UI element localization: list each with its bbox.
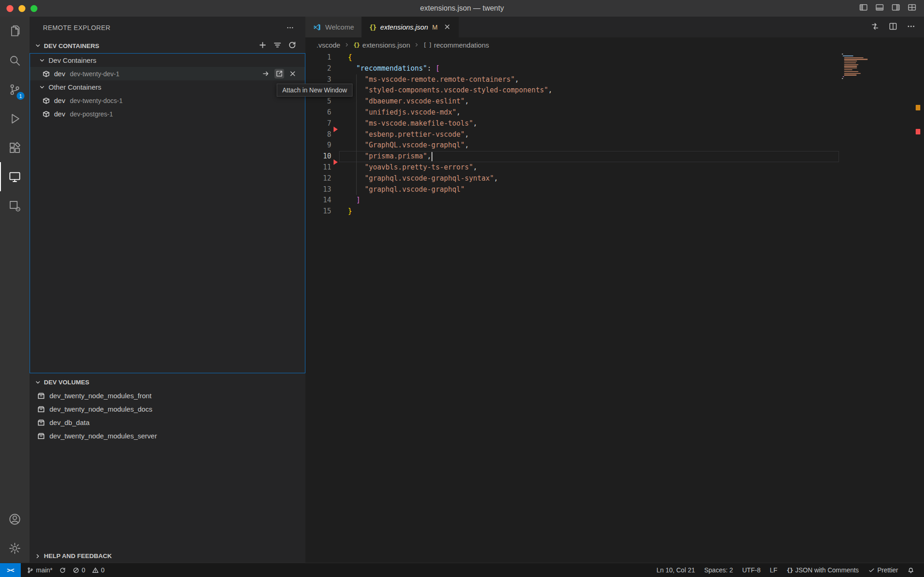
attach-new-window-button[interactable]: [274, 69, 284, 79]
volume-item[interactable]: dev_twenty_node_modules_server: [30, 429, 305, 443]
status-cursor-position[interactable]: Ln 10, Col 21: [654, 563, 697, 577]
status-branch[interactable]: main*: [24, 563, 55, 577]
status-language-mode[interactable]: {}JSON with Comments: [784, 563, 861, 577]
status-notifications[interactable]: [905, 563, 917, 577]
filter-button[interactable]: [273, 41, 282, 51]
status-errors[interactable]: 0: [70, 563, 88, 577]
stop-container-button[interactable]: [288, 69, 298, 79]
code-editor[interactable]: 1{2 "recommendations": [3 "ms-vscode-rem…: [305, 52, 924, 563]
remote-indicator[interactable]: ><: [0, 563, 21, 577]
run-debug-icon: [8, 112, 22, 126]
activity-extensions[interactable]: [0, 133, 30, 162]
status-eol[interactable]: LF: [767, 563, 779, 577]
breadcrumb-item[interactable]: .vscode: [316, 41, 340, 49]
code-line-1[interactable]: 1{: [305, 52, 924, 63]
code-line-12[interactable]: 12 "graphql.vscode-graphql-syntax",: [305, 173, 924, 184]
close-window-button[interactable]: [6, 5, 13, 12]
status-formatter-label: Prettier: [877, 566, 898, 574]
code-line-6[interactable]: 6 "unifiedjs.vscode-mdx",: [305, 107, 924, 118]
code-line-13[interactable]: 13 "graphql.vscode-graphql": [305, 184, 924, 195]
code-line-9[interactable]: 9 "GraphQL.vscode-graphql",: [305, 140, 924, 151]
status-warnings[interactable]: 0: [90, 563, 107, 577]
container-icon: [42, 110, 50, 118]
titlebar-layout-panel-button[interactable]: [875, 3, 884, 14]
activity-containers[interactable]: [0, 191, 30, 220]
minimap[interactable]: [842, 54, 875, 80]
titlebar-layout-grid-button[interactable]: [907, 3, 917, 14]
split-editor-button[interactable]: [888, 22, 898, 33]
more-actions-icon[interactable]: [286, 24, 294, 32]
code-text: "graphql.vscode-graphql": [348, 184, 465, 195]
chevron-right-icon: [344, 42, 350, 48]
code-line-4[interactable]: 4 "styled-components.vscode-styled-compo…: [305, 85, 924, 96]
zoom-window-button[interactable]: [30, 5, 37, 12]
containers-icon: [8, 199, 22, 213]
breadcrumb-item[interactable]: [ ]recommendations: [423, 41, 489, 49]
code-text: {: [348, 52, 352, 63]
activity-search[interactable]: [0, 46, 30, 75]
titlebar-layout-sidebar-button[interactable]: [859, 3, 868, 14]
code-line-15[interactable]: 15}: [305, 206, 924, 217]
minimize-window-button[interactable]: [18, 5, 25, 12]
code-line-10[interactable]: 10 "prisma.prisma",: [305, 151, 924, 162]
refresh-button[interactable]: [288, 41, 297, 51]
code-text: "styled-components.vscode-styled-compone…: [348, 85, 553, 96]
breadcrumb-item[interactable]: {}extensions.json: [353, 41, 410, 49]
code-line-8[interactable]: 8 "esbenp.prettier-vscode",: [305, 129, 924, 140]
tab-extensions-json[interactable]: {}extensions.jsonM: [362, 17, 459, 37]
code-line-7[interactable]: 7 "ms-vscode.makefile-tools",: [305, 118, 924, 129]
section-header-dev-containers[interactable]: DEV CONTAINERS: [30, 38, 305, 53]
code-line-14[interactable]: 14 ]: [305, 195, 924, 206]
volume-item[interactable]: dev_twenty_node_modules_front: [30, 389, 305, 402]
tree-group-other-containers[interactable]: Other Containers: [30, 80, 305, 94]
stop-container-icon: [289, 70, 297, 78]
container-item[interactable]: devdev-postgres-1: [30, 107, 305, 121]
volume-item[interactable]: dev_db_data: [30, 416, 305, 429]
open-changes-button[interactable]: [870, 22, 880, 33]
layout-grid-icon: [907, 3, 917, 12]
tree-group-dev-containers[interactable]: Dev Containers: [30, 54, 305, 67]
attach-current-window-button[interactable]: [261, 69, 271, 79]
volume-name: dev_twenty_node_modules_server: [49, 432, 157, 440]
overview-ruler-mark: [916, 105, 920, 110]
code-line-2[interactable]: 2 "recommendations": [: [305, 63, 924, 74]
modified-line-marker: [334, 159, 338, 165]
more-button[interactable]: [906, 22, 916, 33]
code-line-5[interactable]: 5 "dbaeumer.vscode-eslint",: [305, 96, 924, 107]
code-text: "yoavbls.pretty-ts-errors",: [348, 162, 477, 173]
code-line-3[interactable]: 3 "ms-vscode-remote.remote-containers",: [305, 74, 924, 85]
add-button[interactable]: [258, 41, 267, 51]
activity-settings[interactable]: [0, 534, 30, 563]
sidebar-title-bar: REMOTE EXPLORER: [30, 17, 305, 38]
activity-explorer[interactable]: [0, 17, 30, 46]
chevron-right-icon: [34, 553, 42, 560]
volume-name: dev_db_data: [49, 419, 90, 426]
tab-welcome[interactable]: Welcome: [305, 17, 362, 37]
activity-spacer: [0, 220, 30, 504]
code-line-11[interactable]: 11 "yoavbls.pretty-ts-errors",: [305, 162, 924, 173]
status-encoding[interactable]: UTF-8: [740, 563, 763, 577]
section-header-dev-volumes[interactable]: DEV VOLUMES: [30, 376, 305, 389]
code-text: "ms-vscode.makefile-tools",: [348, 118, 477, 129]
titlebar-layout-actions: [859, 0, 917, 17]
container-item[interactable]: devdev-twenty-docs-1: [30, 94, 305, 107]
section-label-dev-containers: DEV CONTAINERS: [44, 43, 99, 49]
status-indentation[interactable]: Spaces: 2: [702, 563, 735, 577]
activity-source-control[interactable]: 1: [0, 75, 30, 104]
status-errors-label: 0: [82, 566, 85, 574]
activity-remote-explorer[interactable]: [0, 162, 30, 191]
activity-run-debug[interactable]: [0, 104, 30, 133]
activity-accounts[interactable]: [0, 504, 30, 534]
titlebar-layout-sidebar-right-button[interactable]: [891, 3, 900, 14]
volume-item[interactable]: dev_twenty_node_modules_docs: [30, 402, 305, 416]
container-item[interactable]: devdev-twenty-dev-1: [30, 67, 305, 80]
more-icon: [906, 22, 916, 31]
status-formatter[interactable]: Prettier: [866, 563, 900, 577]
status-sync[interactable]: [57, 563, 68, 577]
section-header-help-and-feedback[interactable]: HELP AND FEEDBACK: [30, 549, 305, 563]
vscode-logo-icon: [313, 23, 321, 31]
volume-icon: [37, 432, 45, 440]
status-bar: >< main*00 Ln 10, Col 21Spaces: 2UTF-8LF…: [0, 563, 924, 577]
close-tab-button[interactable]: [444, 23, 451, 31]
container-description: dev-twenty-dev-1: [70, 70, 119, 78]
